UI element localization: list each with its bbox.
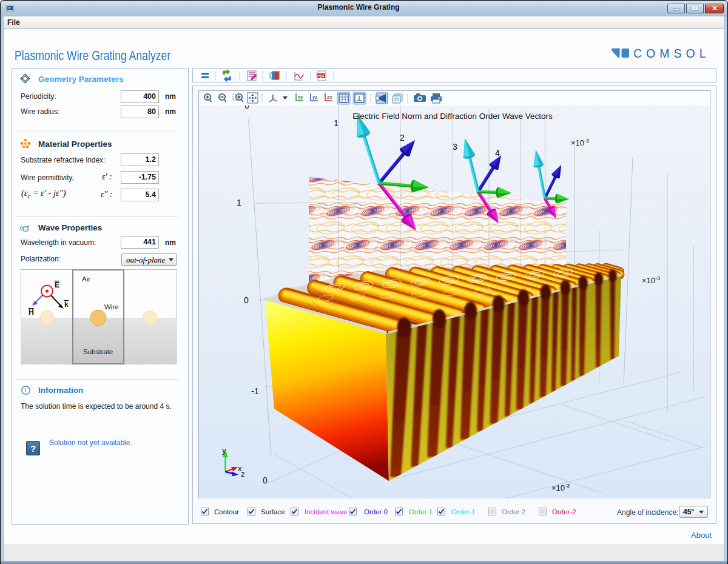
- svg-text:xy: xy: [298, 94, 303, 100]
- svg-text:k: k: [64, 300, 69, 309]
- svg-text:-1: -1: [251, 386, 259, 396]
- svg-text:zx: zx: [327, 94, 332, 100]
- svg-text:Substrate: Substrate: [83, 348, 113, 355]
- svg-text:0: 0: [244, 106, 249, 110]
- svg-text:0: 0: [244, 295, 249, 305]
- svg-text:PDF: PDF: [317, 74, 325, 78]
- svg-text:Air: Air: [82, 275, 90, 283]
- svg-text:2: 2: [400, 133, 405, 143]
- svg-text:1: 1: [334, 118, 339, 128]
- svg-text:H: H: [29, 308, 34, 317]
- svg-text:0: 0: [263, 475, 268, 485]
- svg-text:E: E: [55, 281, 59, 289]
- svg-text:3: 3: [453, 142, 457, 152]
- svg-text:Wire: Wire: [104, 303, 119, 311]
- svg-text:Electric Field Norm and Diffra: Electric Field Norm and Diffraction Orde…: [352, 112, 553, 121]
- svg-text:4: 4: [495, 148, 500, 158]
- svg-text:z: z: [241, 469, 245, 478]
- svg-text:yz: yz: [312, 94, 318, 100]
- svg-text:1: 1: [237, 198, 241, 207]
- svg-text:y: y: [222, 446, 226, 455]
- svg-text:COMSOL: COMSOL: [633, 47, 710, 59]
- svg-text:i: i: [25, 387, 27, 394]
